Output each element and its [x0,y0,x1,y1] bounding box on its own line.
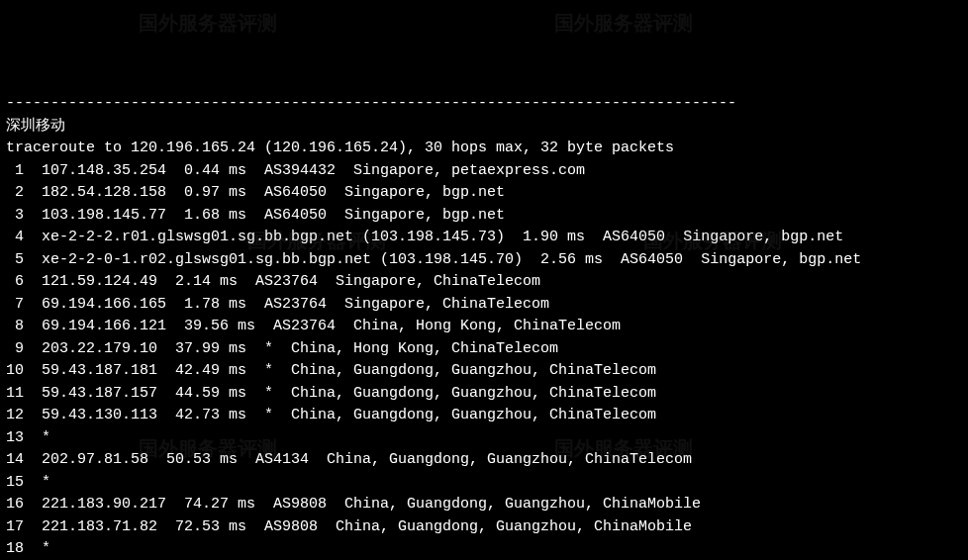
hop-line: 2 182.54.128.158 0.97 ms AS64050 Singapo… [6,182,962,205]
hop-line: 14 202.97.81.58 50.53 ms AS4134 China, G… [6,449,962,472]
hop-line: 9 203.22.179.10 37.99 ms * China, Hong K… [6,338,962,361]
hop-line: 16 221.183.90.217 74.27 ms AS9808 China,… [6,494,962,516]
hop-line: 3 103.198.145.77 1.68 ms AS64050 Singapo… [6,205,962,228]
separator-line: ----------------------------------------… [6,93,962,116]
watermark-icon: 国外服务器评测 [554,10,693,40]
watermark-icon: 国外服务器评测 [139,10,277,40]
hop-line: 18 * [6,538,962,560]
traceroute-header: traceroute to 120.196.165.24 (120.196.16… [6,138,962,160]
hop-line: 17 221.183.71.82 72.53 ms AS9808 China, … [6,516,962,539]
hop-line: 1 107.148.35.254 0.44 ms AS394432 Singap… [6,160,962,183]
hop-line: 12 59.43.130.113 42.73 ms * China, Guang… [6,405,962,427]
hop-line: 4 xe-2-2-2.r01.glswsg01.sg.bb.bgp.net (1… [6,227,962,249]
hop-line: 11 59.43.187.157 44.59 ms * China, Guang… [6,383,962,406]
hop-line: 7 69.194.166.165 1.78 ms AS23764 Singapo… [6,294,962,317]
hop-line: 10 59.43.187.181 42.49 ms * China, Guang… [6,360,962,383]
hop-line: 13 * [6,427,962,450]
hop-line: 6 121.59.124.49 2.14 ms AS23764 Singapor… [6,271,962,294]
hop-line: 8 69.194.166.121 39.56 ms AS23764 China,… [6,316,962,338]
hop-line: 15 * [6,472,962,495]
title-chinese: 深圳移动 [6,116,962,139]
hop-line: 5 xe-2-2-0-1.r02.glswsg01.sg.bb.bgp.net … [6,249,962,272]
